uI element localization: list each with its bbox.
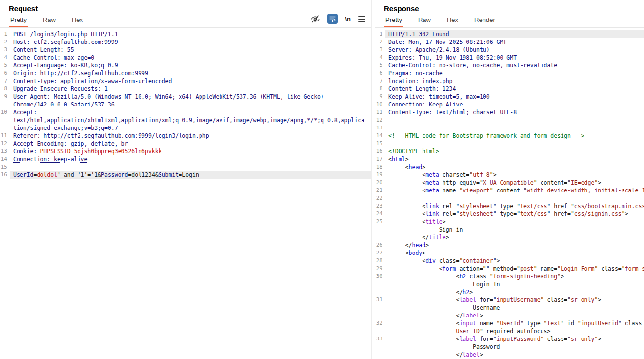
line-number: 11	[0, 132, 10, 140]
code-line[interactable]: Login In	[375, 280, 644, 288]
code-line[interactable]: 14<!-- HTML code for Bootstrap framework…	[375, 132, 644, 140]
code-line[interactable]: 8Content-Length: 1234	[375, 85, 644, 93]
request-panel: Request Pretty Raw Hex	[0, 0, 372, 359]
line-number	[375, 351, 385, 359]
line-number: 5	[0, 62, 10, 69]
code-line[interactable]: Sign in	[375, 226, 644, 233]
code-line[interactable]: 7Content-Type: application/x-www-form-ur…	[0, 77, 371, 85]
code-line[interactable]: </label>	[375, 351, 644, 359]
line-number: 31	[375, 296, 385, 304]
code-line[interactable]: 24 <link rel="stylesheet" type="text/css…	[375, 210, 644, 218]
code-line[interactable]: 2Host: ctf2.segfaulthub.com:9999	[0, 38, 371, 46]
code-line[interactable]: 31 <label for="inputUsername" class="sr-…	[375, 296, 644, 304]
code-line[interactable]: 20 <meta http-equiv="X-UA-Compatible" co…	[375, 179, 644, 187]
code-line[interactable]: 21 <meta name="viewport" content="width=…	[375, 187, 644, 194]
code-line[interactable]: Password	[375, 343, 644, 351]
code-line[interactable]: 16<!DOCTYPE html>	[375, 148, 644, 155]
newline-icon[interactable]: \n	[345, 15, 351, 22]
code-line[interactable]: 12Accept-Encoding: gzip, deflate, br	[0, 140, 371, 148]
code-line[interactable]: 13Cookie: PHPSESSID=5djsh0bppreq3e0526ln…	[0, 148, 371, 155]
code-line[interactable]: tion/signed-exchange;v=b3;q=0.7	[0, 124, 371, 132]
line-number: 4	[375, 54, 385, 62]
line-number: 26	[375, 241, 385, 249]
response-tab-pretty[interactable]: Pretty	[384, 16, 403, 27]
line-number: 6	[0, 69, 10, 77]
code-line[interactable]: 11Referer: http://ctf2.segfaulthub.com:9…	[0, 132, 371, 140]
line-number: 11	[375, 108, 385, 116]
code-line[interactable]: 19 <meta charset="utf-8">	[375, 171, 644, 179]
code-line[interactable]: 4Cache-Control: max-age=0	[0, 54, 371, 62]
eye-off-icon[interactable]	[310, 14, 320, 24]
code-line[interactable]: User ID" required autofocus>	[375, 327, 644, 335]
request-editor[interactable]: 1POST /login3/login.php HTTP/1.12Host: c…	[0, 28, 371, 359]
code-line[interactable]: Username	[375, 304, 644, 312]
response-tab-render[interactable]: Render	[473, 16, 497, 27]
code-line[interactable]: </label>	[375, 312, 644, 319]
line-number: 5	[375, 62, 385, 69]
panel-splitter[interactable]	[372, 0, 375, 359]
code-line[interactable]: 6Pragma: no-cache	[375, 69, 644, 77]
response-tab-raw[interactable]: Raw	[417, 16, 432, 27]
code-line[interactable]: </h2>	[375, 288, 644, 296]
line-number	[375, 233, 385, 241]
code-line[interactable]: 5Accept-Language: ko-KR,ko;q=0.9	[0, 62, 371, 69]
code-line[interactable]: 9User-Agent: Mozilla/5.0 (Windows NT 10.…	[0, 93, 371, 101]
line-number: 8	[0, 85, 10, 93]
line-number: 9	[0, 93, 10, 101]
code-line[interactable]: 17<html>	[375, 155, 644, 163]
line-number	[375, 280, 385, 288]
code-line[interactable]: 14Connection: keep-alive	[0, 155, 371, 163]
code-line[interactable]: 8Upgrade-Insecure-Requests: 1	[0, 85, 371, 93]
line-number: 22	[375, 194, 385, 202]
code-line[interactable]: 28 <div class="container">	[375, 257, 644, 265]
code-line[interactable]: 10Connection: Keep-Alive	[375, 101, 644, 108]
code-line[interactable]: Chrome/142.0.0.0 Safari/537.36	[0, 101, 371, 108]
request-tabbar: Pretty Raw Hex	[0, 14, 371, 28]
code-line[interactable]: 4Expires: Thu, 19 Nov 1981 08:52:00 GMT	[375, 54, 644, 62]
code-line[interactable]: 25 <title>	[375, 218, 644, 226]
request-tab-hex[interactable]: Hex	[70, 16, 84, 27]
code-line[interactable]: 23 <link rel="stylesheet" type="text/css…	[375, 202, 644, 210]
line-number	[375, 226, 385, 233]
line-number: 9	[375, 93, 385, 101]
code-line[interactable]: 3Content-Length: 55	[0, 46, 371, 54]
code-line[interactable]: 7location: index.php	[375, 77, 644, 85]
code-line[interactable]: 1HTTP/1.1 302 Found	[375, 30, 644, 38]
word-wrap-icon[interactable]	[327, 14, 338, 24]
line-number: 1	[0, 30, 10, 38]
code-line[interactable]: 32 <input name="UserId" type="text" id="…	[375, 319, 644, 327]
code-line[interactable]: 18 <head>	[375, 163, 644, 171]
code-line[interactable]: 6Origin: http://ctf2.segfaulthub.com:999…	[0, 69, 371, 77]
code-line[interactable]: 9Keep-Alive: timeout=5, max=100	[375, 93, 644, 101]
code-line[interactable]: 10Accept:	[0, 108, 371, 116]
code-line[interactable]: 12	[375, 116, 644, 124]
code-line[interactable]: 3Server: Apache/2.4.18 (Ubuntu)	[375, 46, 644, 54]
code-line[interactable]: 26 </head>	[375, 241, 644, 249]
line-number	[0, 101, 10, 108]
response-tab-hex[interactable]: Hex	[445, 16, 460, 27]
code-line[interactable]: 15	[0, 163, 371, 171]
code-line[interactable]: </title>	[375, 233, 644, 241]
code-line[interactable]: 13	[375, 124, 644, 132]
response-editor[interactable]: 1HTTP/1.1 302 Found2Date: Mon, 17 Nov 20…	[375, 28, 644, 359]
code-line[interactable]: 16UserId=doldol' and '1'='1&Password=dol…	[0, 171, 371, 179]
code-line[interactable]: 33 <label for="inputPassword" class="sr-…	[375, 335, 644, 343]
line-number: 12	[375, 116, 385, 124]
code-line[interactable]: text/html,application/xhtml+xml,applicat…	[0, 116, 371, 124]
code-line[interactable]: 1POST /login3/login.php HTTP/1.1	[0, 30, 371, 38]
code-line[interactable]: 27 <body>	[375, 249, 644, 257]
menu-icon[interactable]	[358, 15, 365, 23]
code-line[interactable]: 29 <form action="" method="post" name="L…	[375, 265, 644, 273]
code-line[interactable]: 2Date: Mon, 17 Nov 2025 08:21:06 GMT	[375, 38, 644, 46]
code-line[interactable]: 11Content-Type: text/html; charset=UTF-8	[375, 108, 644, 116]
code-line[interactable]: 15	[375, 140, 644, 148]
code-line[interactable]: 5Cache-Control: no-store, no-cache, must…	[375, 62, 644, 69]
request-tab-raw[interactable]: Raw	[41, 16, 57, 27]
line-number: 21	[375, 187, 385, 194]
line-number: 24	[375, 210, 385, 218]
request-tab-pretty[interactable]: Pretty	[9, 16, 28, 27]
code-line[interactable]: 22	[375, 194, 644, 202]
code-line[interactable]: 30 <h2 class="form-signin-heading">	[375, 273, 644, 280]
line-number: 15	[0, 163, 10, 171]
line-number: 2	[0, 38, 10, 46]
